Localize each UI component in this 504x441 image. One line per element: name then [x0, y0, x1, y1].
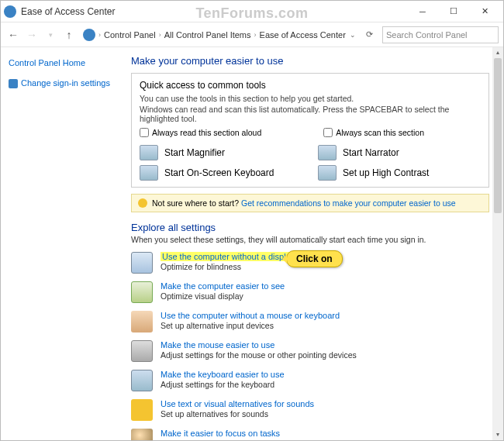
chk-read-aloud[interactable]: Always read this section aloud [140, 128, 261, 137]
search-input[interactable]: Search Control Panel [382, 26, 499, 43]
tool-highcontrast[interactable]: Set up High Contrast [318, 165, 481, 181]
setting-desc: Adjust settings for reading and typing [161, 439, 295, 440]
setting-row: Make the computer easier to seeOptimize … [131, 281, 489, 303]
recent-dropdown[interactable]: ▾ [43, 27, 58, 43]
keyboard-icon [140, 165, 158, 181]
setting-desc: Adjust settings for the keyboard [161, 380, 285, 389]
chk-scan[interactable]: Always scan this section [323, 128, 424, 137]
sidebar-control-panel-home[interactable]: Control Panel Home [9, 58, 116, 67]
chevron-right-icon: › [98, 31, 101, 39]
minimize-button[interactable]: ─ [407, 2, 438, 22]
scroll-down-icon[interactable]: ▾ [492, 429, 503, 440]
sidebar-change-signin[interactable]: Change sign-in settings [9, 78, 116, 88]
monitor-icon [131, 252, 153, 274]
setting-link[interactable]: Make it easier to focus on tasks [161, 429, 280, 438]
tool-narrator[interactable]: Start Narrator [318, 145, 481, 160]
display-icon [131, 281, 153, 303]
explore-sub: When you select these settings, they wil… [131, 235, 489, 244]
back-button[interactable]: ← [5, 27, 21, 43]
magnifier-icon [140, 145, 158, 160]
bulb-icon [138, 198, 147, 208]
chevron-right-icon: › [254, 31, 257, 39]
setting-link[interactable]: Make the computer easier to see [161, 281, 285, 291]
main-content: Make your computer easier to use Quick a… [123, 47, 503, 440]
setting-desc: Adjust settings for the mouse or other p… [161, 350, 357, 360]
tool-magnifier[interactable]: Start Magnifier [140, 145, 302, 160]
crumb-control-panel[interactable]: Control Panel [104, 30, 156, 40]
setting-desc: Set up alternative input devices [161, 321, 340, 330]
setting-desc: Optimize visual display [161, 291, 285, 301]
callout: Click on [286, 250, 343, 267]
scroll-thumb[interactable] [494, 58, 502, 213]
setting-link[interactable]: Use the computer without a display [161, 252, 296, 261]
scroll-up-icon[interactable]: ▴ [492, 47, 503, 58]
chevron-right-icon: › [159, 31, 161, 39]
chk-read-aloud-input[interactable] [140, 128, 149, 137]
setting-row: Use the computer without a displayOptimi… [131, 252, 489, 274]
crumb-current[interactable]: Ease of Access Center [260, 30, 346, 40]
page-title: Make your computer easier to use [131, 55, 489, 67]
maximize-button[interactable]: ☐ [438, 2, 469, 22]
narrator-icon [318, 145, 337, 160]
setting-row: Make the keyboard easier to useAdjust se… [131, 370, 489, 391]
avatar-icon [131, 429, 153, 440]
setting-row: Use the computer without a mouse or keyb… [131, 311, 489, 332]
setting-desc: Optimize for blindness [161, 262, 296, 271]
tip-link[interactable]: Get recommendations to make your compute… [241, 198, 456, 208]
chk-scan-input[interactable] [323, 128, 333, 137]
setting-desc: Set up alternatives for sounds [161, 409, 314, 419]
sidebar-change-label: Change sign-in settings [21, 78, 110, 88]
crumb-all-items[interactable]: All Control Panel Items [164, 30, 251, 40]
up-button[interactable]: ↑ [61, 27, 77, 43]
quick-title: Quick access to common tools [140, 80, 481, 91]
watermark: TenForums.com [195, 5, 308, 22]
setting-link[interactable]: Make the keyboard easier to use [161, 370, 285, 379]
tip-bar: Not sure where to start? Get recommendat… [131, 194, 489, 212]
scrollbar[interactable]: ▴ ▾ [492, 47, 503, 440]
breadcrumb-dropdown[interactable]: ⌄ [350, 31, 356, 39]
contrast-icon [318, 165, 337, 181]
keyboard-icon [131, 370, 153, 391]
navbar: ← → ▾ ↑ › Control Panel › All Control Pa… [1, 22, 503, 47]
tool-osk[interactable]: Start On-Screen Keyboard [140, 165, 302, 181]
control-panel-icon [83, 29, 95, 41]
sidebar: Control Panel Home Change sign-in settin… [1, 47, 123, 440]
setting-link[interactable]: Use text or visual alternatives for soun… [161, 399, 314, 408]
bubble-icon [131, 399, 153, 421]
setting-row: Make it easier to focus on tasksAdjust s… [131, 429, 489, 440]
refresh-button[interactable]: ⟳ [362, 28, 376, 42]
forward-button[interactable]: → [24, 27, 40, 43]
quick-line1: You can use the tools in this section to… [140, 94, 481, 103]
quick-line2: Windows can read and scan this list auto… [140, 105, 481, 123]
setting-link[interactable]: Use the computer without a mouse or keyb… [161, 311, 340, 320]
explore-heading: Explore all settings [131, 222, 489, 233]
close-button[interactable]: ✕ [469, 2, 500, 22]
tip-text: Not sure where to start? [152, 198, 241, 208]
breadcrumb[interactable]: › Control Panel › All Control Panel Item… [80, 28, 379, 42]
app-icon [4, 5, 16, 18]
shield-icon [9, 79, 18, 88]
setting-row: Make the mouse easier to useAdjust setti… [131, 340, 489, 362]
setting-link[interactable]: Make the mouse easier to use [161, 340, 274, 350]
setting-row: Use text or visual alternatives for soun… [131, 399, 489, 421]
mouse-icon [131, 340, 153, 362]
quick-access-box: Quick access to common tools You can use… [131, 73, 489, 188]
person-icon [131, 311, 153, 332]
